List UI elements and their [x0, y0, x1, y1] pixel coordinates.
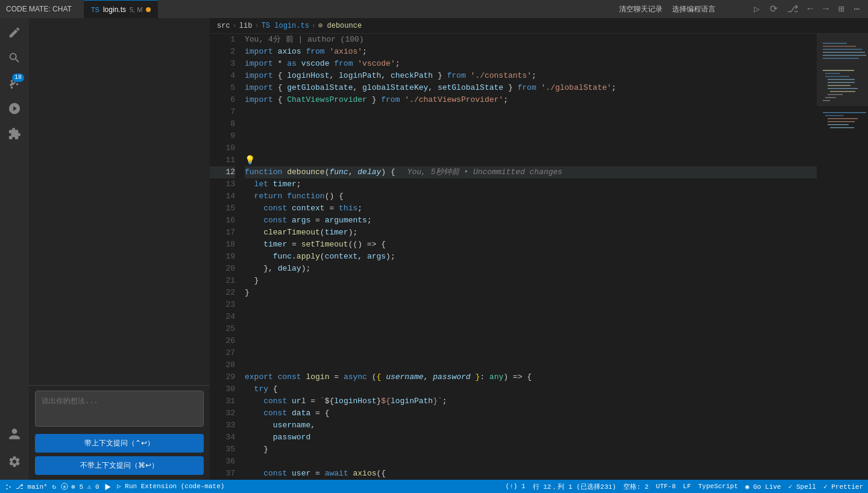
tab-bar: TS login.ts 5, M	[84, 0, 159, 18]
code-line-17: clearTimeout(timer);	[245, 227, 817, 239]
activity-icon-run[interactable]	[2, 96, 27, 121]
code-line-35: }	[245, 444, 817, 456]
title-text: CODE MATE: CHAT	[6, 5, 72, 13]
code-line-26	[245, 335, 817, 347]
status-sync[interactable]: ↻	[52, 483, 57, 491]
line-numbers: 1 2 3 4 5 6 7 8 9 10 11 12 13 14 15 16 1…	[210, 34, 240, 480]
code-line-21: }	[245, 275, 817, 287]
code-line-33: username,	[245, 419, 817, 432]
code-line-23	[245, 299, 817, 311]
code-line-36	[245, 456, 817, 468]
activity-icon-source-control[interactable]: 18	[2, 71, 27, 95]
svg-rect-19	[828, 118, 858, 119]
minimap[interactable]	[817, 34, 868, 480]
status-bar: ⎇ main* ↻ ⊗ ⊗ 5 ⚠ 0 ▷ Run Extension (cod…	[0, 480, 868, 493]
main-layout: 18 带上下文提问（⌃↩）	[0, 18, 868, 480]
code-line-18: timer = setTimeout(() => {	[245, 239, 817, 251]
code-line-7	[245, 106, 817, 118]
code-content[interactable]: You, 4分 前 | author (100) import axios fr…	[240, 34, 817, 480]
code-line-19: func.apply(context, args);	[245, 251, 817, 263]
minimap-viewport	[817, 34, 868, 106]
code-line-25	[245, 323, 817, 335]
activity-icon-search[interactable]	[2, 46, 27, 70]
breadcrumb-func[interactable]: ⊙ debounce	[318, 21, 362, 30]
status-spaces[interactable]: 空格: 2	[623, 482, 649, 491]
status-encoding[interactable]: UTF-8	[656, 483, 676, 490]
status-spell[interactable]: ✓ Spell	[788, 483, 816, 491]
code-line-28	[245, 359, 817, 371]
breadcrumb: src › lib › TS login.ts › ⊙ debounce	[210, 18, 868, 34]
status-left: ⎇ main* ↻ ⊗ ⊗ 5 ⚠ 0 ▷ Run Extension (cod…	[5, 482, 224, 490]
code-line-12: function debounce(func, delay) { You, 5秒…	[245, 166, 817, 178]
status-branch[interactable]: ⎇ main*	[5, 483, 48, 491]
status-go-live[interactable]: ◉ Go Live	[745, 483, 781, 491]
code-line-6: import { ChatViewsProvider } from './cha…	[245, 94, 817, 106]
svg-rect-22	[830, 127, 854, 128]
code-line-29: export const login = async ({ username, …	[245, 371, 817, 383]
svg-marker-25	[105, 483, 110, 490]
sidebar-chat: 带上下文提问（⌃↩） 不带上下文提问（⌘↩）	[29, 18, 210, 480]
breadcrumb-lib[interactable]: lib	[239, 22, 253, 30]
activity-icon-extensions[interactable]	[2, 122, 27, 146]
source-control-badge: 18	[12, 74, 24, 82]
titlebar: CODE MATE: CHAT TS login.ts 5, M 清空聊天记录 …	[0, 0, 868, 18]
code-line-13: let timer;	[245, 178, 817, 190]
status-position[interactable]: (↑) 1	[506, 483, 526, 490]
forward-icon[interactable]: →	[820, 2, 831, 16]
git-annotation: You, 5秒钟前 • Uncommitted changes	[407, 166, 562, 178]
status-prettier[interactable]: ✓ Prettier	[823, 483, 863, 491]
code-line-31: const url = `${loginHost}${loginPath}`;	[245, 395, 817, 407]
status-lang[interactable]: TypeScript	[698, 483, 738, 490]
clear-chat-btn[interactable]: 清空聊天记录	[617, 3, 665, 16]
tab-login-ts[interactable]: TS login.ts 5, M	[84, 0, 159, 18]
spacer	[723, 8, 747, 10]
code-line-15: const context = this;	[245, 203, 817, 215]
select-lang-btn[interactable]: 选择编程语言	[670, 3, 718, 16]
svg-rect-18	[825, 115, 843, 116]
status-run[interactable]: ▷ Run Extension (code-mate)	[104, 482, 225, 490]
code-line-3: import * as vscode from 'vscode';	[245, 58, 817, 70]
status-right: (↑) 1 行 12，列 1 (已选择231) 空格: 2 UTF-8 LF T…	[506, 482, 863, 491]
back-icon[interactable]: ←	[805, 2, 816, 16]
activity-icon-account[interactable]	[2, 422, 27, 446]
lightbulb-icon[interactable]: 💡	[245, 154, 255, 166]
code-line-24	[245, 311, 817, 323]
svg-rect-20	[828, 121, 855, 122]
activity-icon-settings[interactable]	[2, 450, 27, 474]
code-line-1: You, 4分 前 | author (100)	[245, 34, 817, 46]
code-line-4: import { loginHost, loginPath, checkPath…	[245, 70, 817, 82]
status-eol[interactable]: LF	[683, 483, 691, 490]
btn-without-context[interactable]: 不带上下文提问（⌘↩）	[35, 456, 204, 475]
more-icon[interactable]: ⋯	[851, 2, 862, 16]
split-icon[interactable]: ⊞	[836, 2, 847, 16]
code-line-20: }, delay);	[245, 263, 817, 275]
code-line-2: import axios from 'axios';	[245, 46, 817, 58]
status-line-col[interactable]: 行 12，列 1 (已选择231)	[533, 482, 617, 491]
tab-badge: 5, M	[130, 6, 142, 13]
breadcrumb-src[interactable]: src	[217, 22, 230, 30]
branch-icon[interactable]: ⎇	[785, 2, 800, 16]
tab-lang: TS	[91, 6, 99, 13]
activity-bar: 18	[0, 18, 29, 480]
code-line-8	[245, 118, 817, 130]
svg-text:⊗: ⊗	[63, 485, 66, 489]
code-line-16: const args = arguments;	[245, 215, 817, 227]
code-line-27	[245, 347, 817, 359]
history-icon[interactable]: ⟳	[767, 2, 780, 16]
code-line-30: try {	[245, 383, 817, 395]
chat-input[interactable]	[35, 391, 204, 427]
svg-rect-21	[828, 124, 849, 125]
activity-bottom	[2, 422, 27, 480]
btn-with-context[interactable]: 带上下文提问（⌃↩）	[35, 434, 204, 453]
code-line-37: const user = await axios({	[245, 468, 817, 480]
activity-icon-explorer[interactable]	[2, 20, 27, 45]
code-line-11: 💡	[245, 154, 817, 166]
play-icon[interactable]: ▷	[752, 2, 763, 16]
status-errors[interactable]: ⊗ ⊗ 5 ⚠ 0	[61, 483, 99, 491]
code-editor: 1 2 3 4 5 6 7 8 9 10 11 12 13 14 15 16 1…	[210, 34, 868, 480]
editor-area: src › lib › TS login.ts › ⊙ debounce 1 2…	[210, 18, 868, 480]
chat-buttons: 带上下文提问（⌃↩） 不带上下文提问（⌘↩）	[35, 434, 204, 475]
breadcrumb-file[interactable]: TS login.ts	[262, 22, 309, 30]
tab-modified-dot	[146, 7, 151, 12]
chat-content	[29, 18, 210, 385]
